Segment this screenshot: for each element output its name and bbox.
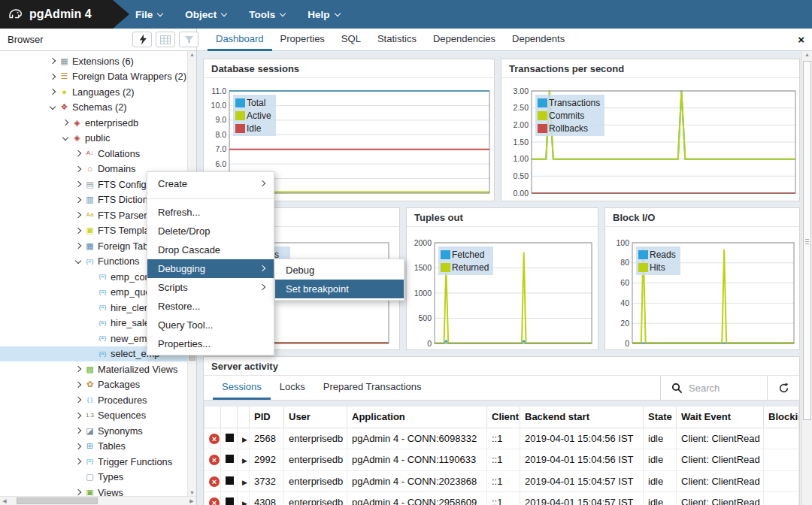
tree-horizontal-scrollbar[interactable]: ◀ ▶ [0,496,196,505]
tab-sql[interactable]: SQL [333,29,369,51]
submenu-item-debug[interactable]: Debug [275,261,404,280]
chevron-collapsed-icon[interactable] [72,444,83,449]
filter-button[interactable] [179,32,198,47]
cancel-session-icon[interactable]: × [209,455,220,465]
query-tool-button[interactable] [132,32,152,47]
context-menu-item-query-tool-[interactable]: Query Tool... [147,316,274,334]
chevron-collapsed-icon[interactable] [72,243,83,248]
expand-row-icon[interactable]: ▶ [242,500,247,505]
context-menu-item-properties-[interactable]: Properties... [147,334,274,353]
chevron-collapsed-icon[interactable] [59,120,71,125]
tree-item-types[interactable]: ▢Types [0,470,196,485]
chevron-collapsed-icon[interactable] [72,490,83,494]
tree-item-sequences[interactable]: 1.3Sequences [0,408,196,424]
submenu-item-set-breakpoint[interactable]: Set breakpoint [275,280,404,298]
tree-item-materialized-views[interactable]: ▩Materialized Views [0,361,196,377]
context-menu-item-drop-cascade[interactable]: Drop Cascade [147,240,274,259]
tab-dependents[interactable]: Dependents [504,29,573,51]
chevron-collapsed-icon[interactable] [72,151,83,156]
context-menu-item-debugging[interactable]: Debugging [147,259,274,278]
expand-row-icon[interactable]: ▶ [242,436,247,443]
expand-row-icon[interactable]: ▶ [242,457,247,464]
tab-properties[interactable]: Properties [272,29,333,51]
tree-item-extensions-6-[interactable]: ▦Extensions (6) [0,53,196,69]
chevron-collapsed-icon[interactable] [72,182,83,186]
context-menu-item-scripts[interactable]: Scripts [147,278,274,297]
tree-item-synonyms[interactable]: ◪Synonyms [0,423,196,439]
tree-item-enterprisedb[interactable]: ◈enterprisedb [0,115,196,131]
table-row[interactable]: ×▶3732enterprisedbpgAdmin 4 - CONN:20238… [205,470,799,492]
secondary-bar: Browser Dashbo [0,29,812,51]
scroll-up-icon[interactable]: ▲ [188,52,196,57]
tree-item-foreign-data-wrappers-2-[interactable]: ☰Foreign Data Wrappers (2) [0,69,196,85]
close-panel-icon[interactable]: × [798,29,804,50]
expand-row-icon[interactable]: ▶ [242,479,247,486]
terminate-session-icon[interactable] [226,497,234,505]
refresh-icon[interactable] [768,383,799,394]
tree-hscroll-thumb[interactable] [17,497,98,504]
table-cell: idle [644,428,677,449]
activity-tab-sessions[interactable]: Sessions [213,376,271,400]
terminate-cell [221,449,238,471]
chevron-collapsed-icon[interactable] [72,198,83,202]
tab-dashboard[interactable]: Dashboard [208,29,272,51]
context-menu-item-refresh-[interactable]: Refresh... [147,203,274,222]
terminate-session-icon[interactable] [226,455,234,463]
tab-statistics[interactable]: Statistics [369,29,425,51]
scroll-down-icon[interactable]: ▼ [188,490,196,495]
tree-item-procedures[interactable]: { }Procedures [0,392,196,408]
chevron-collapsed-icon[interactable] [72,228,83,233]
cancel-session-icon[interactable]: × [209,497,220,505]
tree-item-tables[interactable]: ⊞Tables [0,439,196,455]
activity-tab-locks[interactable]: Locks [271,376,314,400]
activity-tab-prepared-transactions[interactable]: Prepared Transactions [314,376,431,400]
tree-item-languages-2-[interactable]: ●Languages (2) [0,84,196,100]
chevron-collapsed-icon[interactable] [47,74,58,79]
tree-item-collations[interactable]: A↓Collations [0,146,196,162]
menu-file[interactable]: File [135,9,162,20]
chevron-expanded-icon[interactable] [72,260,83,263]
table-row[interactable]: ×▶4308enterprisedbpgAdmin 4 - CONN:29586… [205,492,799,505]
chevron-collapsed-icon[interactable] [72,428,83,433]
chevron-collapsed-icon[interactable] [47,89,58,94]
cancel-session-icon[interactable]: × [209,476,220,487]
context-menu-item-restore-[interactable]: Restore... [147,297,274,316]
trigger-functions-icon: {≡} [83,458,96,464]
cancel-session-icon[interactable]: × [209,434,220,444]
view-data-button[interactable] [156,32,175,47]
context-menu-item-create[interactable]: Create [147,174,274,195]
tree-item-label: Procedures [98,395,147,406]
table-row[interactable]: ×▶2568enterprisedbpgAdmin 4 - CONN:60983… [205,428,799,449]
dashboard-scroll-thumb[interactable] [803,61,811,420]
chevron-expanded-icon[interactable] [47,106,58,109]
menu-tools[interactable]: Tools [249,9,285,20]
scroll-right-icon[interactable]: ▶ [187,497,196,505]
scroll-left-icon[interactable]: ◀ [0,497,9,505]
column-header-PID: PID [250,407,284,428]
tree-item-public[interactable]: ◈public [0,131,196,147]
tree-item-packages[interactable]: ✿Packages [0,377,196,393]
chevron-collapsed-icon[interactable] [72,398,83,402]
tree-item-label: FTS Parsers [98,210,152,221]
chevron-collapsed-icon[interactable] [72,459,83,464]
tree-item-schemas-2-[interactable]: ❖Schemas (2) [0,100,196,116]
context-menu-item-delete-drop[interactable]: Delete/Drop [147,222,274,240]
chevron-collapsed-icon[interactable] [72,383,83,387]
menu-help[interactable]: Help [308,9,339,20]
menu-object[interactable]: Object [185,9,226,20]
tree-item-trigger-functions[interactable]: {≡}Trigger Functions [0,454,196,470]
chevron-expanded-icon[interactable] [59,137,71,140]
chevron-collapsed-icon[interactable] [72,213,83,217]
chevron-collapsed-icon[interactable] [72,367,83,371]
dashboard-scrollbar[interactable]: ▲ [801,51,812,505]
scroll-up-icon[interactable]: ▲ [802,52,812,57]
chevron-collapsed-icon[interactable] [72,413,83,418]
tab-dependencies[interactable]: Dependencies [425,29,504,51]
chevron-collapsed-icon[interactable] [47,59,58,63]
search-input[interactable] [689,383,767,394]
terminate-session-icon[interactable] [226,434,234,442]
table-row[interactable]: ×▶2992enterprisedbpgAdmin 4 - CONN:11906… [205,449,799,471]
expand-cell: ▶ [238,428,250,449]
chevron-collapsed-icon[interactable] [72,167,83,171]
terminate-session-icon[interactable] [226,476,234,485]
